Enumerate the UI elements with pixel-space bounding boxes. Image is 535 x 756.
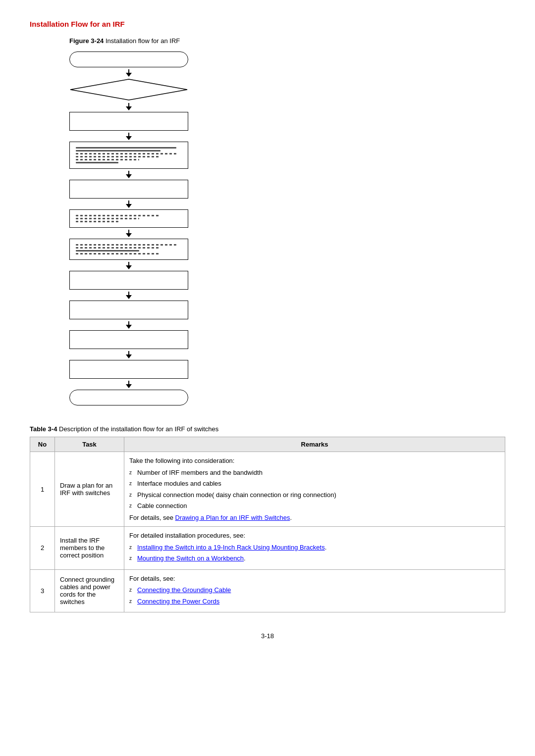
flow-arrow-4	[69, 169, 188, 180]
line-6c	[76, 221, 118, 222]
flowchart	[69, 51, 208, 405]
flow-rect-9	[69, 301, 188, 319]
flow-node-6	[69, 209, 188, 228]
row-1-remarks-list: Number of IRF members and the bandwidth …	[129, 468, 500, 511]
flow-rect-8	[69, 271, 188, 290]
row-3-no: 3	[30, 569, 55, 612]
flow-rect-11	[69, 360, 188, 379]
table-caption-text: Description of the installation flow for…	[57, 425, 218, 433]
row-3-link-1[interactable]: Connecting the Grounding Cable	[137, 586, 231, 594]
flow-rect-lines-4	[69, 142, 188, 169]
flow-rounded-end	[69, 390, 188, 405]
flow-node-4	[69, 142, 188, 169]
line-5	[76, 159, 139, 160]
figure-caption-bold: Figure 3-24	[69, 37, 104, 45]
text-lines-7	[76, 244, 182, 254]
table-row: 1 Draw a plan for an IRF with switches T…	[30, 452, 505, 527]
flow-arrow-3	[69, 131, 188, 142]
flow-node-1	[69, 51, 188, 67]
line-6a	[76, 215, 160, 216]
flow-node-11	[69, 360, 188, 379]
row-2-link-1[interactable]: Installing the Switch into a 19-Inch Rac…	[137, 544, 325, 551]
table-caption-bold: Table 3-4	[30, 425, 57, 433]
line-6b	[76, 218, 139, 219]
list-item: Cable connection	[129, 501, 500, 511]
flow-node-8	[69, 271, 188, 290]
row-1-task: Draw a plan for an IRF with switches	[55, 452, 124, 527]
line-6	[76, 162, 118, 163]
flow-node-5	[69, 180, 188, 199]
list-item: Connecting the Power Cords	[129, 597, 500, 606]
row-1-no: 1	[30, 452, 55, 527]
flow-arrow-6	[69, 228, 188, 239]
text-lines-4	[76, 147, 182, 163]
description-table: No Task Remarks 1 Draw a plan for an IRF…	[30, 437, 505, 612]
row-2-task: Install the IRF members to the correct p…	[55, 527, 124, 570]
section-title: Installation Flow for an IRF	[30, 20, 505, 28]
figure-caption-text: Installation flow for an IRF	[104, 37, 180, 45]
table-row: 2 Install the IRF members to the correct…	[30, 527, 505, 570]
row-2-remarks-list: Installing the Switch into a 19-Inch Rac…	[129, 543, 500, 563]
line-7a	[76, 244, 176, 246]
flow-node-3	[69, 112, 188, 131]
flow-node-10	[69, 330, 188, 349]
flow-rect-lines-7	[69, 239, 188, 260]
row-1-remarks-intro: Take the following into consideration:	[129, 456, 500, 466]
row-3-remarks: For details, see: Connecting the Groundi…	[124, 569, 505, 612]
list-item: Connecting the Grounding Cable	[129, 585, 500, 595]
line-3	[76, 153, 176, 154]
col-header-remarks: Remarks	[124, 437, 505, 452]
row-2-remarks-intro: For detailed installation procedures, se…	[129, 531, 500, 541]
table-row: 3 Connect grounding cables and power cor…	[30, 569, 505, 612]
line-2	[76, 150, 160, 151]
line-4	[76, 156, 160, 157]
list-item: Physical connection mode( daisy chain co…	[129, 490, 500, 500]
line-1	[76, 147, 176, 149]
line-7d	[76, 253, 160, 254]
row-3-link-2[interactable]: Connecting the Power Cords	[137, 598, 219, 605]
line-7c	[76, 250, 139, 252]
flow-rect-5	[69, 180, 188, 199]
line-7b	[76, 247, 160, 249]
flow-arrow-7	[69, 260, 188, 271]
flow-arrow-10	[69, 349, 188, 360]
row-1-remarks: Take the following into consideration: N…	[124, 452, 505, 527]
diamond-svg	[69, 78, 188, 101]
list-item: Number of IRF members and the bandwidth	[129, 468, 500, 478]
list-item: Interface modules and cables	[129, 479, 500, 489]
flow-rect-lines-6	[69, 209, 188, 228]
figure-caption: Figure 3-24 Installation flow for an IRF	[69, 37, 505, 45]
col-header-no: No	[30, 437, 55, 452]
flow-arrow-5	[69, 199, 188, 209]
list-item: Installing the Switch into a 19-Inch Rac…	[129, 543, 500, 553]
flow-arrow-11	[69, 379, 188, 390]
row-2-link-2[interactable]: Mounting the Switch on a Workbench	[137, 554, 244, 562]
row-3-task: Connect grounding cables and power cords…	[55, 569, 124, 612]
flow-node-12	[69, 390, 188, 405]
row-3-remarks-list: Connecting the Grounding Cable Connectin…	[129, 585, 500, 606]
row-1-link[interactable]: Drawing a Plan for an IRF with Switches	[175, 514, 290, 521]
col-header-task: Task	[55, 437, 124, 452]
flow-arrow-8	[69, 290, 188, 301]
flow-arrow-2	[69, 101, 188, 112]
row-1-remarks-outro: For details, see Drawing a Plan for an I…	[129, 513, 500, 523]
flow-arrow-9	[69, 319, 188, 330]
list-item: Mounting the Switch on a Workbench.	[129, 554, 500, 563]
flow-node-2	[69, 78, 188, 101]
text-lines-6	[76, 215, 182, 222]
flow-node-7	[69, 239, 188, 260]
flow-rect-10	[69, 330, 188, 349]
flow-rect-3	[69, 112, 188, 131]
flow-node-9	[69, 301, 188, 319]
row-3-remarks-intro: For details, see:	[129, 574, 500, 584]
row-2-remarks: For detailed installation procedures, se…	[124, 527, 505, 570]
table-header-row: No Task Remarks	[30, 437, 505, 452]
page-number: 3-18	[30, 632, 505, 640]
svg-marker-0	[70, 79, 187, 100]
row-2-no: 2	[30, 527, 55, 570]
table-caption: Table 3-4 Description of the installatio…	[30, 425, 505, 433]
flow-rounded-start	[69, 51, 188, 67]
flow-arrow-1	[69, 67, 188, 78]
